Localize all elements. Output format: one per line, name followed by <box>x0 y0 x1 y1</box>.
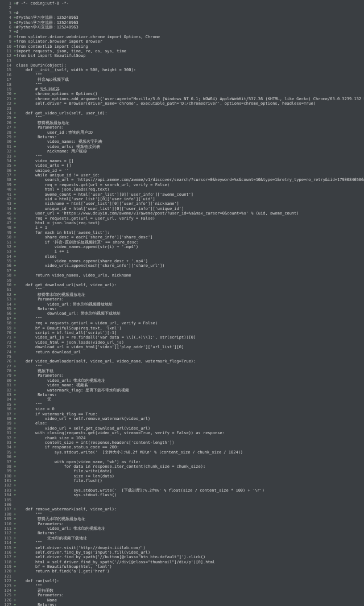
code-line[interactable]: """ <box>14 73 364 77</box>
code-line[interactable]: + user_id：查询的用户ID <box>14 130 364 135</box>
code-line[interactable]: + Returns: <box>14 603 364 606</box>
code-line[interactable]: + <box>14 483 364 488</box>
code-line[interactable]: + else: <box>14 254 364 259</box>
code-line[interactable]: + if '抖音-原创音乐短视频社区' == share_desc: <box>14 240 364 245</box>
code-line[interactable]: + for data in response.iter_content(chun… <box>14 464 364 469</box>
code-line[interactable]: +#Python学习交流群：125240963 <box>14 25 364 30</box>
code-line[interactable]: + """ <box>14 316 364 321</box>
code-line[interactable]: + script = bf.find_all('script')[-1] <box>14 331 364 335</box>
code-line[interactable]: + html = self.driver.find_by_xpath('//di… <box>14 560 364 564</box>
code-line[interactable]: + req = requests.get(url = search_url, v… <box>14 183 364 187</box>
code-line[interactable]: + chrome_options = Options() <box>14 92 364 96</box>
code-line[interactable]: 抖音App视频下载 <box>14 77 364 82</box>
code-line[interactable]: + with open(video_name, "wb") as file: <box>14 460 364 464</box>
code-line[interactable]: + 获得带水印的视频播放地址 <box>14 292 364 297</box>
code-line[interactable] <box>14 574 364 579</box>
code-line[interactable]: + sys.stdout.write(' [文件大小]:%0.2f MB\n' … <box>14 450 364 455</box>
code-line[interactable]: + video_html = json.loads(video_url_js) <box>14 340 364 345</box>
code-line[interactable]: class DouYin(object): <box>14 63 364 68</box>
code-line[interactable]: + video_urls = [] <box>14 163 364 168</box>
code-line[interactable]: + with closing(requests.get(video_url, s… <box>14 431 364 435</box>
code-line[interactable]: + Parameters: <box>14 373 364 378</box>
code-line[interactable] <box>14 59 364 63</box>
code-line[interactable]: + req = requests.get(url = video_url, ve… <box>14 321 364 325</box>
code-line[interactable]: + unique_id = html['user_list'][0]['user… <box>14 207 364 211</box>
code-line[interactable]: + video_url: 带水印的视频地址 <box>14 526 364 531</box>
code-line[interactable]: + return bf.find('a').get('href') <box>14 569 364 574</box>
code-line[interactable]: + bf = BeautifulSoup(req.text, 'lxml') <box>14 326 364 331</box>
code-line[interactable]: + return video_names, video_urls, nickna… <box>14 273 364 278</box>
code-line[interactable]: + Parameters: <box>14 593 364 597</box>
code-line[interactable]: + 无 <box>14 397 364 402</box>
code-line[interactable]: + search_url = 'https://api.amemv.com/aw… <box>14 178 364 182</box>
code-line[interactable]: + return download_url <box>14 350 364 354</box>
code-line[interactable]: +#Python学习交流群：125240963 <box>14 15 364 20</box>
code-line[interactable] <box>14 354 364 359</box>
code-line[interactable]: + aweme_count = html['user_list'][0]['us… <box>14 192 364 197</box>
code-line[interactable]: +# -*- coding:utf-8 -*- <box>14 1 364 6</box>
code-line[interactable]: + 获得视频播放地址 <box>14 121 364 125</box>
code-line[interactable]: + """ <box>14 154 364 159</box>
code-line[interactable]: + """ <box>14 541 364 545</box>
code-line[interactable]: +#Python学习交流群：125240963 <box>14 20 364 25</box>
code-line[interactable]: + Parameters: <box>14 297 364 302</box>
code-line[interactable] <box>14 498 364 502</box>
code-line[interactable]: + html = json.loads(req.text) <box>14 221 364 225</box>
code-line[interactable]: + bf = BeautifulSoup(html, 'lxml') <box>14 564 364 569</box>
code-line[interactable]: + sys.stdout.write(' [下载进度]:%.2f%%' % fl… <box>14 488 364 493</box>
code-line[interactable]: + user_url = 'https://www.douyin.com/awe… <box>14 211 364 216</box>
code-line[interactable]: + def get_video_urls(self, user_id): <box>14 111 364 116</box>
code-line[interactable]: + Parameters: <box>14 125 364 130</box>
code-line[interactable]: + share_desc = each['share_info']['share… <box>14 235 364 240</box>
code-line[interactable]: + if watermark_flag == True: <box>14 412 364 417</box>
code-line[interactable]: + unique_id = '' <box>14 168 364 173</box>
code-line[interactable]: """ <box>14 287 364 292</box>
code-line[interactable]: + size += len(data) <box>14 474 364 479</box>
code-line[interactable]: + Parameters: <box>14 522 364 526</box>
code-line[interactable]: + file.write(data) <box>14 469 364 473</box>
code-line[interactable]: + download_url = video_html['video']['pl… <box>14 345 364 349</box>
code-line[interactable]: + chrome_options.add_argument('user-agen… <box>14 97 364 101</box>
code-line[interactable]: + watermark_flag: 是否下载不带水印的视频 <box>14 388 364 393</box>
code-line[interactable]: + else: <box>14 421 364 426</box>
code-line[interactable]: + chunk_size = 1024 <box>14 436 364 440</box>
code-line[interactable] <box>14 6 364 10</box>
code-line[interactable]: + self.driver.find_by_tag('input').fill(… <box>14 550 364 555</box>
code-line[interactable]: + None <box>14 598 364 603</box>
code-line[interactable]: + self.driver.find_by_xpath('//button[@c… <box>14 555 364 559</box>
code-line[interactable]: + file.flush() <box>14 479 364 483</box>
code-line[interactable] <box>14 106 364 111</box>
code-line[interactable]: + 无水印的视频下载地址 <box>14 536 364 541</box>
code-line[interactable]: + video_url = self.get_download_url(vide… <box>14 426 364 431</box>
code-line[interactable]: def __init__(self, width = 500, height =… <box>14 68 364 72</box>
code-area[interactable]: +# -*- coding:utf-8 -*- +#+#Python学习交流群：… <box>14 1 364 606</box>
code-line[interactable]: + """ <box>14 116 364 120</box>
code-line[interactable]: + video_names.append(str(i) + '.mp4') <box>14 245 364 249</box>
code-line[interactable]: + def remove_watermark(self, video_url): <box>14 507 364 512</box>
code-line[interactable]: + Returns: <box>14 393 364 397</box>
code-line[interactable]: + video_url_js = re.findall('var data = … <box>14 335 364 340</box>
code-line[interactable]: """ <box>14 83 364 87</box>
code-line[interactable]: + size = 0 <box>14 407 364 411</box>
code-line[interactable]: + content_size = int(response.headers['c… <box>14 440 364 445</box>
code-line[interactable]: + <box>14 455 364 459</box>
code-line[interactable]: + nickname: 用户昵称 <box>14 149 364 154</box>
code-line[interactable]: + <box>14 269 364 273</box>
code-line[interactable]: + nickname = html['user_list'][0]['user_… <box>14 201 364 206</box>
code-line[interactable]: +# <box>14 30 364 34</box>
code-line[interactable]: + Returns: <box>14 135 364 139</box>
code-line[interactable]: +# <box>14 11 364 15</box>
code-line[interactable]: +from splinter.browser import Browser <box>14 39 364 44</box>
code-line[interactable]: + video_url = self.remove_watermark(vide… <box>14 417 364 421</box>
code-line[interactable]: + video_names: 视频名字列表 <box>14 139 364 144</box>
code-line[interactable]: + 获得无水印的视频播放地址 <box>14 517 364 521</box>
code-line[interactable]: +from contextlib import closing <box>14 44 364 49</box>
code-line[interactable]: + 运行函数 <box>14 588 364 593</box>
code-line[interactable]: + i = 1 <box>14 225 364 230</box>
code-line[interactable]: + video_urls: 视频链接列表 <box>14 145 364 149</box>
code-line[interactable]: + video_name: 视频名 <box>14 383 364 387</box>
code-line[interactable] <box>14 278 364 283</box>
code-line[interactable]: +import requests, json, time, re, os, sy… <box>14 49 364 53</box>
code-line[interactable]: + video_url：带水印的视频播放地址 <box>14 302 364 307</box>
code-line[interactable]: + uid = html['user_list'][0]['user_info'… <box>14 197 364 201</box>
